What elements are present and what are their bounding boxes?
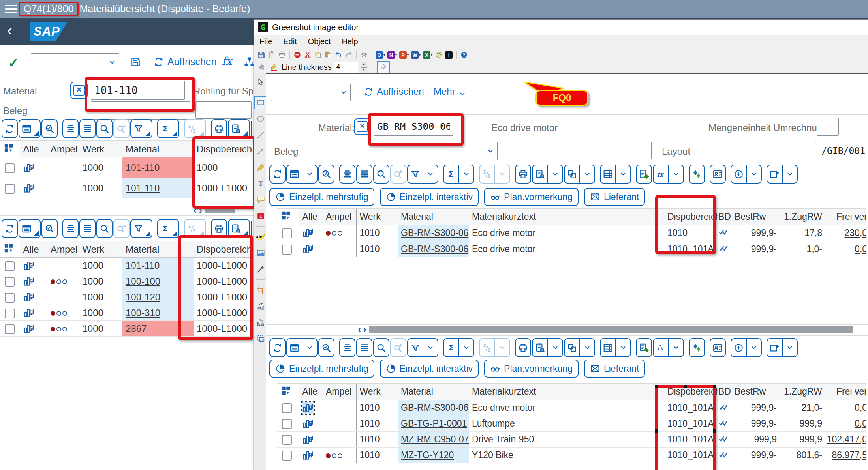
col-zugrw[interactable]: 1.ZugRW bbox=[781, 384, 826, 400]
col-dispobereich[interactable]: Dispobereich bbox=[664, 384, 718, 400]
back-icon[interactable]: ‹ bbox=[7, 22, 12, 39]
search-button[interactable] bbox=[96, 119, 113, 138]
variant-combobox[interactable] bbox=[31, 53, 119, 71]
save-icon[interactable] bbox=[130, 56, 141, 68]
fx-button[interactable]: fx bbox=[653, 338, 684, 357]
book-button[interactable] bbox=[228, 119, 250, 138]
export-button[interactable] bbox=[564, 338, 595, 357]
col-bd[interactable]: BD bbox=[718, 384, 731, 400]
row-checkbox[interactable] bbox=[5, 324, 15, 334]
material-link[interactable]: 100-120 bbox=[126, 292, 160, 302]
layout-input[interactable] bbox=[815, 142, 868, 159]
lieferant-button[interactable]: Lieferant bbox=[584, 188, 645, 206]
fx-button[interactable]: fx bbox=[653, 165, 684, 184]
layout-button[interactable] bbox=[286, 165, 318, 184]
filter-button[interactable] bbox=[130, 219, 152, 238]
print-button[interactable] bbox=[515, 338, 531, 357]
ellipsetool-icon[interactable] bbox=[254, 112, 267, 125]
detail-chart-icon[interactable] bbox=[23, 323, 35, 335]
pentool-icon[interactable] bbox=[254, 161, 267, 174]
diamonds-button[interactable] bbox=[689, 165, 705, 184]
pluscircle-button[interactable] bbox=[731, 165, 762, 184]
layout-button[interactable] bbox=[19, 219, 41, 238]
layout-button[interactable] bbox=[19, 119, 41, 138]
checkmag-button[interactable] bbox=[41, 219, 58, 238]
row-checkbox[interactable] bbox=[5, 184, 15, 194]
sigma-button[interactable]: Σ bbox=[443, 165, 474, 184]
gundo-icon[interactable] bbox=[334, 51, 342, 59]
aligncenter-button[interactable] bbox=[62, 219, 79, 238]
material-link[interactable]: GB-RM-S300-06 bbox=[401, 244, 468, 254]
frei-link[interactable]: 230,0 bbox=[844, 228, 866, 238]
multi-select-button[interactable]: ✕ bbox=[354, 118, 370, 135]
gsave-icon[interactable] bbox=[257, 51, 265, 59]
alignjustify-button[interactable] bbox=[79, 219, 96, 238]
gpalette-icon[interactable] bbox=[435, 51, 443, 59]
material-input[interactable] bbox=[91, 81, 185, 100]
detail-chart-icon[interactable] bbox=[302, 418, 314, 430]
material-link[interactable]: 101-110 bbox=[126, 183, 160, 193]
diamonds-button[interactable] bbox=[689, 338, 705, 357]
alignjustify-button[interactable] bbox=[356, 338, 372, 357]
searchplus-button[interactable] bbox=[113, 219, 130, 238]
linetool-icon[interactable] bbox=[254, 128, 267, 142]
col-zugrw[interactable]: 1.ZugRW bbox=[781, 209, 826, 225]
scrollbar-thumb[interactable] bbox=[369, 326, 853, 333]
row-checkbox[interactable] bbox=[282, 228, 292, 238]
gprint-icon[interactable] bbox=[278, 51, 286, 59]
book-button[interactable] bbox=[532, 338, 563, 357]
material-link[interactable]: 101-110 bbox=[126, 162, 160, 173]
select-all-header[interactable] bbox=[0, 141, 20, 157]
row-checkbox[interactable] bbox=[5, 261, 15, 271]
detail-chart-icon-focused[interactable] bbox=[302, 402, 314, 414]
refresh-button[interactable] bbox=[269, 338, 286, 357]
einzelpl-interaktiv-button[interactable]: Einzelpl. interaktiv bbox=[380, 188, 479, 206]
col-frei[interactable]: Frei ver bbox=[826, 384, 866, 400]
lieferant-button[interactable]: Lieferant bbox=[584, 360, 645, 378]
col-ampel[interactable]: Ampel bbox=[323, 384, 356, 400]
material-link[interactable]: GB-RM-S300-06 bbox=[401, 228, 468, 238]
select-all-header[interactable] bbox=[277, 384, 299, 400]
detail-chart-icon[interactable] bbox=[23, 275, 35, 287]
col-frei[interactable]: Frei ver bbox=[826, 209, 866, 225]
searchplus-button[interactable] bbox=[390, 338, 406, 357]
fill-color-icon[interactable] bbox=[257, 63, 265, 71]
frei-link[interactable]: 0,0 bbox=[855, 403, 866, 413]
scrollbar-thumb[interactable] bbox=[205, 207, 235, 213]
gcopy-icon[interactable] bbox=[314, 51, 322, 59]
search-button[interactable] bbox=[373, 338, 389, 357]
highlighttool-icon[interactable]: abc bbox=[254, 230, 267, 243]
frei-link[interactable]: 86.977,5 bbox=[832, 450, 866, 461]
grid-button[interactable] bbox=[600, 165, 631, 184]
material-link[interactable]: MZ-RM-C950-07 bbox=[401, 434, 469, 444]
col-material[interactable]: Material bbox=[122, 141, 194, 157]
confirm-check-icon[interactable]: ✓ bbox=[8, 55, 19, 71]
beleg-combobox[interactable] bbox=[370, 142, 498, 160]
frei-link[interactable]: 102.417,0 bbox=[827, 434, 866, 445]
word-icon[interactable]: W▾ bbox=[411, 51, 421, 59]
shadow-toggle-button[interactable] bbox=[377, 61, 390, 73]
sigma-button[interactable]: Σ bbox=[157, 119, 179, 138]
col-bestrw[interactable]: BestRw bbox=[731, 209, 781, 225]
col-alle[interactable]: Alle bbox=[20, 141, 47, 157]
refresh-button[interactable]: Auffrischen bbox=[363, 86, 424, 97]
bubbletool-icon[interactable] bbox=[254, 193, 267, 206]
einzelpl-mehrstufig-button[interactable]: Einzelpl. mehrstufig bbox=[269, 188, 374, 206]
effectstool-icon[interactable] bbox=[254, 262, 267, 276]
croptool-icon[interactable] bbox=[254, 283, 267, 297]
multi-select-button[interactable]: ✕ bbox=[70, 82, 88, 99]
einzelpl-interaktiv-button[interactable]: Einzelpl. interaktiv bbox=[380, 360, 479, 378]
scroll-right-icon[interactable]: › bbox=[199, 207, 202, 214]
col-dispobereich[interactable]: Dispobereich bbox=[194, 241, 254, 258]
col-ampel[interactable]: Ampel bbox=[47, 141, 79, 157]
powerpoint-icon[interactable]: P▾ bbox=[399, 51, 409, 59]
hierarchy-icon[interactable] bbox=[243, 56, 254, 68]
gcut-icon[interactable] bbox=[304, 51, 312, 59]
search-button[interactable] bbox=[373, 165, 389, 184]
refresh-button[interactable] bbox=[2, 219, 18, 238]
fraction-button[interactable]: ΣΣ bbox=[184, 119, 206, 138]
col-bestrw[interactable]: BestRw bbox=[731, 384, 781, 400]
row-checkbox[interactable] bbox=[5, 309, 15, 318]
col-kurztext[interactable]: Materialkurztext bbox=[469, 209, 664, 225]
onenote-icon[interactable]: N▾ bbox=[387, 51, 397, 59]
